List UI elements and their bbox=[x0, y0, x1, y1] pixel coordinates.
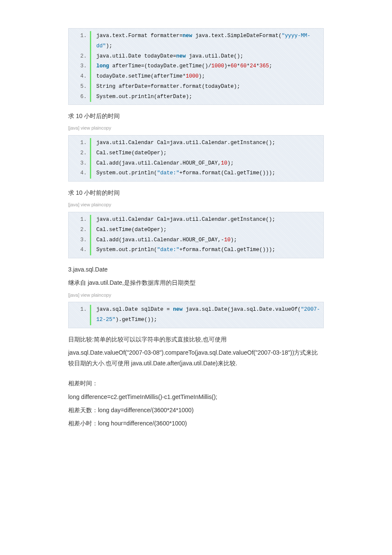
code-line: Cal.setTime(dateOper); bbox=[90, 148, 323, 159]
code-line: java.sql.Date sqlDate = new java.sql.Dat… bbox=[90, 305, 323, 325]
paragraph: 相差天数：long day=difference/(3600*24*1000) bbox=[68, 405, 324, 416]
document-content: java.text.Format formatter=new java.text… bbox=[0, 0, 392, 457]
code-line: Cal.setTime(dateOper); bbox=[90, 225, 323, 235]
code-toolbar[interactable]: [java] view plaincopy bbox=[68, 291, 324, 300]
code-line: String afterDate=formatter.format(todayD… bbox=[90, 82, 323, 92]
paragraph: long difference=c2.getTimeInMillis()-c1.… bbox=[68, 392, 324, 402]
code-line: System.out.println("date:"+forma.format(… bbox=[90, 168, 323, 179]
paragraph: 继承自 java.util.Date,是操作数据库用的日期类型 bbox=[68, 278, 324, 288]
paragraph: 日期比较:简单的比较可以以字符串的形式直接比较,也可使用 bbox=[68, 334, 324, 345]
paragraph: 求 10 小时后的时间 bbox=[68, 111, 324, 121]
code-line: long afterTime=(todayDate.getTime()/1000… bbox=[90, 61, 323, 72]
code-line: System.out.println(afterDate); bbox=[90, 92, 323, 102]
code-toolbar[interactable]: [java] view plaincopy bbox=[68, 124, 324, 133]
code-line: java.text.Format formatter=new java.text… bbox=[90, 31, 323, 52]
code-block-3: java.util.Calendar Cal=java.util.Calenda… bbox=[68, 212, 324, 258]
code-block-4: java.sql.Date sqlDate = new java.sql.Dat… bbox=[68, 302, 324, 328]
paragraph: 相差时间： bbox=[68, 378, 324, 389]
paragraph: java.sql.Date.valueOf("2007-03-08").comp… bbox=[68, 347, 324, 369]
code-line: Cal.add(java.util.Calendar.HOUR_OF_DAY,1… bbox=[90, 159, 323, 169]
paragraph: 求 10 小时前的时间 bbox=[68, 188, 324, 198]
code-line: System.out.println("date:"+forma.format(… bbox=[90, 245, 323, 255]
code-block-1: java.text.Format formatter=new java.text… bbox=[68, 28, 324, 105]
code-line: java.util.Date todayDate=new java.util.D… bbox=[90, 52, 323, 62]
code-block-2: java.util.Calendar Cal=java.util.Calenda… bbox=[68, 135, 324, 182]
paragraph: 相差小时：long hour=difference/(3600*1000) bbox=[68, 418, 324, 429]
code-toolbar[interactable]: [java] view plaincopy bbox=[68, 201, 324, 209]
code-line: java.util.Calendar Cal=java.util.Calenda… bbox=[90, 215, 323, 225]
code-line: java.util.Calendar Cal=java.util.Calenda… bbox=[90, 138, 323, 148]
code-line: Cal.add(java.util.Calendar.HOUR_OF_DAY,-… bbox=[90, 235, 323, 246]
heading: 3.java.sql.Date bbox=[68, 264, 324, 275]
code-line: todayDate.setTime(afterTime*1000); bbox=[90, 72, 323, 82]
